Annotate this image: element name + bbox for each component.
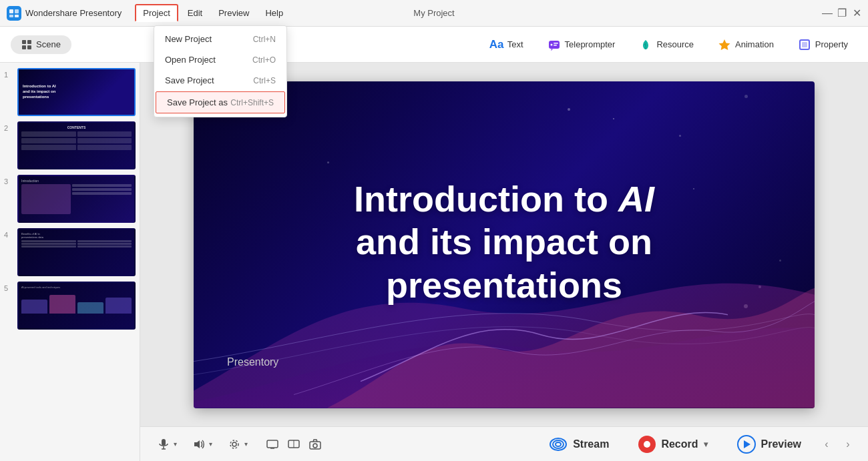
settings-button[interactable]: ▾ (222, 434, 254, 454)
slide-item-5[interactable]: 5 AI-powered tools and techniques (4, 282, 136, 330)
slide-item-3[interactable]: 3 Introduction (4, 175, 136, 223)
slide-display: Introduction to AI and its impact on pre… (194, 81, 815, 408)
tool-property[interactable]: Property (789, 34, 857, 55)
app-logo: Wondershare Presentory (7, 6, 122, 21)
svg-rect-10 (554, 43, 558, 44)
minimize-button[interactable]: — (823, 9, 832, 18)
record-label: Record (661, 438, 698, 450)
teleprompter-tool-icon (548, 38, 561, 51)
scene-button[interactable]: Scene (11, 35, 71, 54)
slide-item-2[interactable]: 2 CONTENTS (4, 121, 136, 169)
slide-number-3: 3 (4, 177, 13, 185)
svg-rect-3 (15, 15, 19, 17)
main-toolbar: Scene Aa Text Teleprompter (0, 27, 868, 63)
tool-animation[interactable]: Animation (708, 34, 783, 55)
tool-teleprompter[interactable]: Teleprompter (538, 34, 625, 55)
slide-number-5: 5 (4, 284, 13, 292)
camera-button[interactable] (305, 434, 325, 454)
close-button[interactable]: ✕ (852, 9, 861, 18)
svg-marker-12 (719, 39, 730, 50)
svg-rect-15 (162, 439, 166, 446)
speaker-button[interactable]: ▾ (186, 434, 219, 454)
svg-point-29 (556, 442, 561, 446)
app-name-label: Wondershare Presentory (25, 8, 122, 18)
slide-thumb-3: Introduction (17, 175, 136, 223)
svg-rect-1 (15, 9, 19, 13)
svg-rect-6 (22, 45, 26, 49)
preview-button[interactable]: Preview (724, 430, 815, 459)
screen-share-button[interactable] (262, 434, 282, 454)
bottom-toolbar: ▾ ▾ (140, 426, 868, 461)
dropdown-open-project[interactable]: Open Project Ctrl+O (154, 49, 286, 70)
tool-text[interactable]: Aa Text (481, 34, 533, 55)
layout-button[interactable] (284, 434, 304, 454)
animation-tool-icon (718, 38, 731, 51)
svg-rect-7 (27, 45, 31, 49)
menu-preview[interactable]: Preview (212, 5, 256, 21)
project-dropdown-menu: New Project Ctrl+N Open Project Ctrl+O S… (154, 25, 287, 117)
slide-panel: 1 Introduction to AIand its impact onpre… (0, 63, 140, 461)
svg-point-9 (550, 43, 552, 45)
menu-help[interactable]: Help (258, 5, 290, 21)
svg-point-28 (553, 440, 564, 448)
title-bar: Wondershare Presentory Project Edit Prev… (0, 0, 868, 27)
deco-dot (327, 161, 329, 163)
slide-item-4[interactable]: 4 Benefits of AI inpresentations data (4, 228, 136, 276)
menu-bar: Project Edit Preview Help (135, 4, 290, 22)
record-button[interactable]: Record ▾ (625, 430, 720, 458)
svg-rect-14 (802, 42, 807, 47)
resource-tool-icon (639, 38, 652, 51)
window-title: My Project (413, 8, 454, 18)
record-chevron: ▾ (704, 440, 708, 449)
preview-triangle (744, 440, 750, 448)
slide-thumb-4: Benefits of AI inpresentations data (17, 228, 136, 276)
preview-play-icon (737, 435, 756, 454)
menu-edit[interactable]: Edit (181, 5, 209, 21)
dropdown-save-project[interactable]: Save Project Ctrl+S (154, 70, 286, 91)
record-inner-dot (644, 441, 650, 448)
svg-rect-21 (267, 440, 278, 448)
stream-button[interactable]: Stream (535, 430, 622, 459)
nav-next-arrow[interactable]: › (839, 435, 857, 454)
dropdown-new-project[interactable]: New Project Ctrl+N (154, 29, 286, 49)
svg-rect-2 (9, 15, 13, 17)
deco-dot (613, 118, 614, 119)
preview-label: Preview (761, 438, 801, 450)
tool-resource[interactable]: Resource (630, 34, 703, 55)
svg-rect-4 (22, 40, 26, 44)
main-layout: 1 Introduction to AIand its impact onpre… (0, 63, 868, 461)
settings-icon (228, 438, 240, 450)
app-logo-icon (7, 6, 21, 21)
dropdown-save-project-as[interactable]: Save Project as Ctrl+Shift+S (156, 91, 285, 113)
mic-chevron: ▾ (174, 440, 177, 448)
bottom-small-buttons (262, 434, 325, 454)
slide-thumb-5: AI-powered tools and techniques (17, 282, 136, 330)
scene-icon (21, 39, 32, 50)
svg-point-20 (230, 440, 238, 448)
slide-number-4: 4 (4, 231, 13, 239)
property-tool-icon (798, 38, 811, 51)
slide-number-2: 2 (4, 124, 13, 132)
svg-marker-18 (194, 440, 200, 448)
text-tool-icon: Aa (490, 38, 503, 51)
slide-thumb-2: CONTENTS (17, 121, 136, 169)
deco-dot (568, 108, 570, 111)
svg-point-26 (313, 444, 317, 448)
maximize-button[interactable]: ❐ (837, 9, 847, 18)
slide-item-1[interactable]: 1 Introduction to AIand its impact onpre… (4, 68, 136, 116)
svg-rect-5 (27, 40, 31, 44)
svg-point-19 (232, 442, 236, 446)
stream-label: Stream (573, 438, 609, 450)
menu-project[interactable]: Project (135, 4, 178, 22)
nav-prev-arrow[interactable]: ‹ (817, 435, 836, 454)
mic-button[interactable]: ▾ (151, 434, 184, 454)
svg-rect-0 (9, 9, 13, 13)
deco-dot (679, 135, 681, 137)
settings-chevron: ▾ (244, 440, 248, 448)
canvas-area: Introduction to AI and its impact on pre… (140, 63, 868, 461)
slide-number-1: 1 (4, 71, 13, 79)
record-icon (638, 436, 656, 453)
window-controls: — ❐ ✕ (823, 9, 861, 18)
stream-icon (549, 435, 568, 454)
deco-dot (744, 95, 748, 98)
